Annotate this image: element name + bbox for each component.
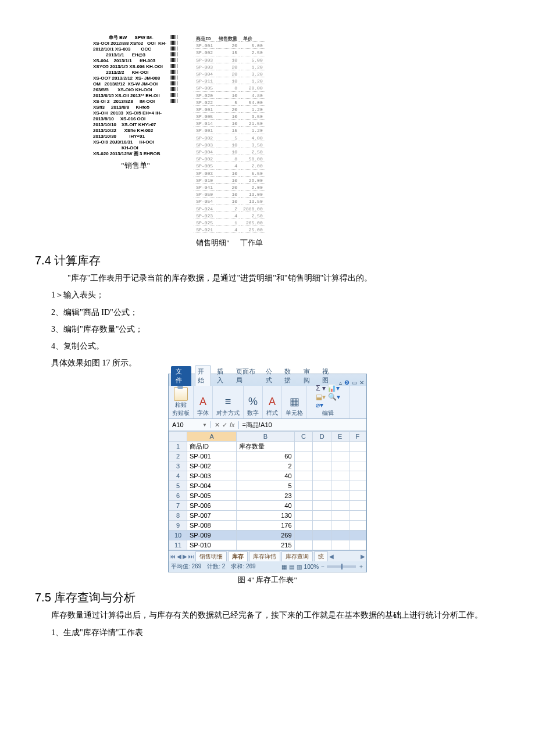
cell[interactable]: [313, 501, 331, 511]
cell[interactable]: [313, 531, 331, 540]
cell[interactable]: [313, 521, 331, 531]
col-header-b[interactable]: B: [237, 432, 294, 442]
cell[interactable]: 60: [237, 452, 294, 461]
clear-icon[interactable]: ⌀▾: [316, 401, 323, 409]
sheet-tab[interactable]: 销售明细: [195, 551, 227, 561]
cell[interactable]: [331, 452, 349, 461]
cell[interactable]: [331, 531, 349, 540]
zoom-slider[interactable]: [327, 565, 356, 568]
cell[interactable]: [313, 511, 331, 521]
cell[interactable]: 商品ID: [187, 442, 237, 452]
row-header[interactable]: 8: [169, 511, 187, 521]
cell[interactable]: SP-009: [187, 531, 237, 540]
cell[interactable]: SP-006: [187, 501, 237, 511]
cell[interactable]: SP-002: [187, 461, 237, 471]
cell[interactable]: [331, 521, 349, 531]
row-header[interactable]: 6: [169, 491, 187, 501]
cell[interactable]: [331, 491, 349, 501]
view-pagebreak-icon[interactable]: ▥: [297, 564, 302, 570]
tab-insert[interactable]: 插入: [215, 366, 230, 386]
cell[interactable]: SP-004: [187, 481, 237, 491]
row-header[interactable]: 11: [169, 540, 187, 550]
row-header[interactable]: 4: [169, 471, 187, 481]
font-icon[interactable]: A: [199, 396, 206, 407]
styles-icon[interactable]: A: [269, 396, 276, 407]
cell[interactable]: [294, 491, 313, 501]
sheet-tab[interactable]: 库存: [228, 551, 248, 561]
cell[interactable]: 130: [237, 511, 294, 521]
cell[interactable]: [349, 461, 366, 471]
tab-view[interactable]: 视图: [320, 366, 336, 386]
fx-icon[interactable]: fx: [230, 421, 235, 429]
cell[interactable]: SP-005: [187, 491, 237, 501]
enter-icon[interactable]: ✓: [222, 421, 227, 429]
autosum-icon[interactable]: Σ ▾ 📊▾: [316, 384, 340, 392]
row-header[interactable]: 1: [169, 442, 187, 452]
cell[interactable]: SP-003: [187, 471, 237, 481]
cell[interactable]: [294, 461, 313, 471]
sheet-nav-first-icon[interactable]: ⏮: [170, 553, 176, 560]
tab-data[interactable]: 数据: [282, 366, 298, 386]
paste-icon[interactable]: [174, 387, 188, 401]
cell[interactable]: 2: [237, 461, 294, 471]
zoom-out-icon[interactable]: −: [321, 564, 324, 570]
cell[interactable]: [349, 481, 366, 491]
number-icon[interactable]: %: [248, 396, 258, 407]
cell[interactable]: 库存数量: [237, 442, 294, 452]
row-header[interactable]: 9: [169, 521, 187, 531]
cell[interactable]: [349, 540, 366, 550]
cell[interactable]: [313, 471, 331, 481]
cell[interactable]: [313, 540, 331, 550]
cell[interactable]: [294, 442, 313, 452]
row-header[interactable]: 5: [169, 481, 187, 491]
cell[interactable]: 176: [237, 521, 294, 531]
col-header-d[interactable]: D: [313, 432, 331, 442]
cell[interactable]: [331, 501, 349, 511]
col-header-a[interactable]: A: [187, 432, 237, 442]
cell[interactable]: [349, 521, 366, 531]
cell[interactable]: 40: [237, 471, 294, 481]
tab-file[interactable]: 文件: [171, 366, 191, 386]
find-icon[interactable]: 🔍▾: [328, 393, 340, 401]
cell[interactable]: [349, 471, 366, 481]
cell[interactable]: [331, 461, 349, 471]
cell[interactable]: [294, 471, 313, 481]
sheet-nav-prev-icon[interactable]: ◀: [177, 553, 181, 560]
cell[interactable]: [313, 461, 331, 471]
window-min-icon[interactable]: ▭: [352, 379, 357, 386]
cancel-icon[interactable]: ✕: [215, 421, 220, 429]
cell[interactable]: 5: [237, 481, 294, 491]
cell[interactable]: SP-007: [187, 511, 237, 521]
scroll-right-icon[interactable]: ▶: [361, 553, 365, 560]
cell[interactable]: 40: [237, 501, 294, 511]
formula-input[interactable]: =商品!A10: [239, 421, 366, 429]
cell[interactable]: [294, 521, 313, 531]
cell[interactable]: [294, 501, 313, 511]
tab-formulas[interactable]: 公式: [263, 366, 279, 386]
cell[interactable]: SP-001: [187, 452, 237, 461]
row-header[interactable]: 3: [169, 461, 187, 471]
row-header[interactable]: 10: [169, 531, 187, 540]
zoom-in-icon[interactable]: ＋: [358, 562, 364, 571]
row-header[interactable]: 2: [169, 452, 187, 461]
scroll-left-icon[interactable]: ◀: [329, 553, 334, 560]
cell[interactable]: [313, 452, 331, 461]
cells-icon[interactable]: ▦: [290, 396, 299, 407]
cell[interactable]: 215: [237, 540, 294, 550]
cell[interactable]: [349, 442, 366, 452]
cell[interactable]: [349, 531, 366, 540]
col-header-e[interactable]: E: [331, 432, 349, 442]
col-header-f[interactable]: F: [349, 432, 366, 442]
cell[interactable]: 269: [237, 531, 294, 540]
tab-home[interactable]: 开始: [195, 366, 212, 386]
cell[interactable]: [294, 540, 313, 550]
tab-layout[interactable]: 页面布局: [234, 366, 260, 386]
tab-review[interactable]: 审阅: [301, 366, 317, 386]
view-layout-icon[interactable]: ▤: [289, 564, 294, 570]
cell[interactable]: [331, 442, 349, 452]
sheet-tab[interactable]: 统: [314, 551, 328, 561]
cell[interactable]: [331, 481, 349, 491]
sheet-tab[interactable]: 库存查询: [281, 551, 313, 561]
cell[interactable]: SP-008: [187, 521, 237, 531]
cell[interactable]: [349, 452, 366, 461]
